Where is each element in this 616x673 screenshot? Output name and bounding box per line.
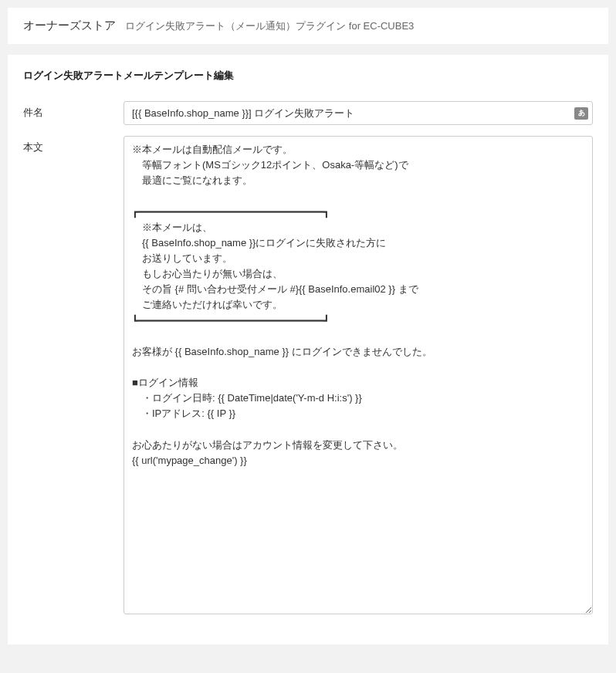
subject-input[interactable] (124, 101, 593, 125)
ime-icon: あ (574, 107, 588, 120)
page-title-sub: ログイン失敗アラート（メール通知）プラグイン for EC-CUBE3 (125, 20, 414, 32)
body-label: 本文 (23, 136, 124, 154)
edit-panel: ログイン失敗アラートメールテンプレート編集 件名 あ 本文 ※本メールは自動配信… (8, 55, 608, 644)
page-title-main: オーナーズストア (23, 19, 116, 32)
page-header: オーナーズストア ログイン失敗アラート（メール通知）プラグイン for EC-C… (8, 8, 608, 44)
subject-label: 件名 (23, 101, 124, 120)
body-row: 本文 ※本メールは自動配信メールです。 等幅フォント(MSゴシック12ポイント、… (23, 136, 593, 617)
panel-title: ログイン失敗アラートメールテンプレート編集 (23, 69, 593, 83)
body-textarea[interactable]: ※本メールは自動配信メールです。 等幅フォント(MSゴシック12ポイント、Osa… (124, 136, 593, 614)
page-title: オーナーズストア ログイン失敗アラート（メール通知）プラグイン for EC-C… (23, 19, 593, 33)
subject-row: 件名 あ (23, 101, 593, 125)
